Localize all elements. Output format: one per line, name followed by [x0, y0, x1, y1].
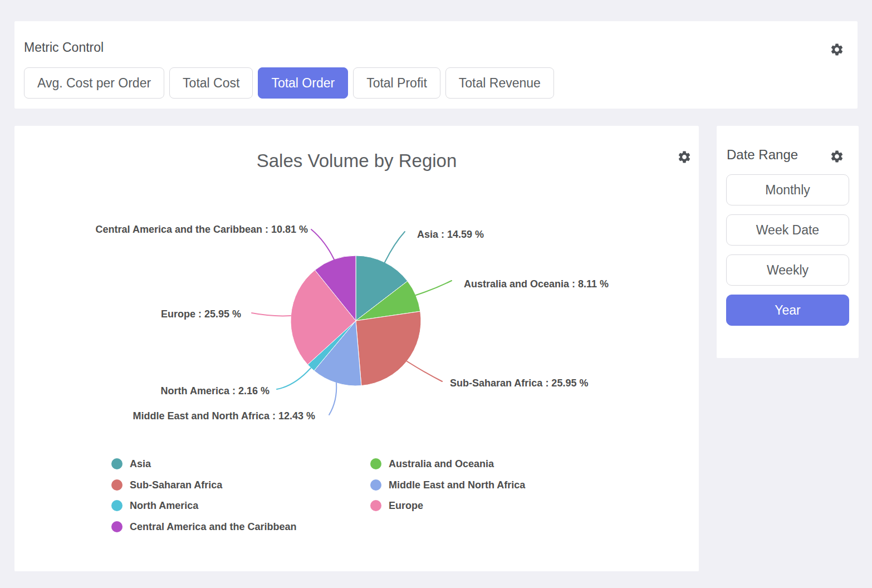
metric-button-1[interactable]: Total Cost: [169, 67, 253, 99]
metric-button-0[interactable]: Avg. Cost per Order: [24, 67, 164, 99]
date-button-group: Monthly Week Date Weekly Year: [726, 174, 849, 326]
legend-item-asia[interactable]: Asia: [111, 458, 151, 470]
legend-dot-australia-and-oceania: [370, 458, 381, 469]
legend-dot-europe: [370, 500, 381, 511]
legend-dot-north-america: [111, 500, 123, 511]
leader-line-middle-east-and-north-africa: [329, 383, 336, 415]
legend-label: Australia and Oceania: [389, 458, 494, 470]
chart-panel: Sales Volume by Region Asia : 14.59 % Au…: [14, 126, 699, 571]
legend-label: Sub-Saharan Africa: [130, 479, 222, 491]
pie-label-sub-saharan-africa: Sub-Saharan Africa : 25.95 %: [450, 377, 588, 389]
pie-label-europe: Europe : 25.95 %: [161, 308, 241, 320]
legend-label: Central America and the Caribbean: [130, 521, 296, 533]
date-button-0[interactable]: Monthly: [726, 174, 849, 205]
leader-line-sub-saharan-africa: [407, 361, 442, 381]
pie-slice-2[interactable]: [356, 311, 421, 385]
date-button-3[interactable]: Year: [726, 295, 849, 326]
leader-line-europe: [252, 313, 291, 316]
legend-label: North America: [130, 500, 198, 512]
legend-label: Asia: [130, 458, 151, 470]
date-range-panel: Date Range Monthly Week Date Weekly Year: [717, 126, 859, 358]
date-range-title: Date Range: [727, 147, 798, 163]
pie-label-central-america: Central America and the Caribbean : 10.8…: [96, 223, 308, 236]
metric-button-4[interactable]: Total Revenue: [445, 67, 554, 99]
pie-label-australia-and-oceania: Australia and Oceania : 8.11 %: [464, 278, 609, 290]
legend-label: Europe: [389, 500, 423, 512]
legend-item-europe[interactable]: Europe: [370, 499, 423, 512]
legend-dot-central-america: [111, 521, 123, 532]
leader-line-north-america: [277, 368, 311, 389]
pie-label-asia: Asia : 14.59 %: [417, 228, 484, 241]
settings-gear-icon[interactable]: [830, 149, 844, 164]
dashboard: { "app": { "background_color": "#f0f0f5"…: [0, 0, 872, 588]
legend-item-central-america[interactable]: Central America and the Caribbean: [111, 521, 296, 533]
gear-icon-glyph: [830, 149, 844, 164]
pie-label-middle-east-and-north-africa: Middle East and North Africa : 12.43 %: [133, 410, 315, 422]
legend-item-australia-and-oceania[interactable]: Australia and Oceania: [370, 458, 494, 470]
legend-item-north-america[interactable]: North America: [111, 499, 198, 512]
leader-line-central-america: [311, 229, 334, 259]
date-button-2[interactable]: Weekly: [726, 254, 849, 286]
legend-item-sub-saharan-africa[interactable]: Sub-Saharan Africa: [111, 479, 222, 491]
leader-line-australia-and-oceania: [416, 281, 452, 295]
legend-item-middle-east-and-north-africa[interactable]: Middle East and North Africa: [370, 479, 525, 491]
settings-gear-icon[interactable]: [830, 42, 844, 57]
metric-button-group: Avg. Cost per Order Total Cost Total Ord…: [24, 67, 554, 99]
leader-line-asia: [385, 232, 405, 262]
legend-dot-sub-saharan-africa: [111, 479, 123, 491]
date-button-1[interactable]: Week Date: [726, 214, 849, 246]
legend-label: Middle East and North Africa: [389, 479, 525, 491]
pie-label-north-america: North America : 2.16 %: [161, 385, 270, 397]
legend-dot-asia: [111, 458, 123, 469]
metric-control-title: Metric Control: [24, 40, 104, 55]
metric-control-panel: Metric Control Avg. Cost per Order Total…: [14, 21, 858, 109]
gear-icon-glyph: [830, 42, 844, 57]
metric-button-2[interactable]: Total Order: [258, 67, 348, 99]
pie-slices: [291, 256, 421, 386]
metric-button-3[interactable]: Total Profit: [353, 67, 440, 99]
legend-dot-middle-east-and-north-africa: [370, 479, 381, 491]
